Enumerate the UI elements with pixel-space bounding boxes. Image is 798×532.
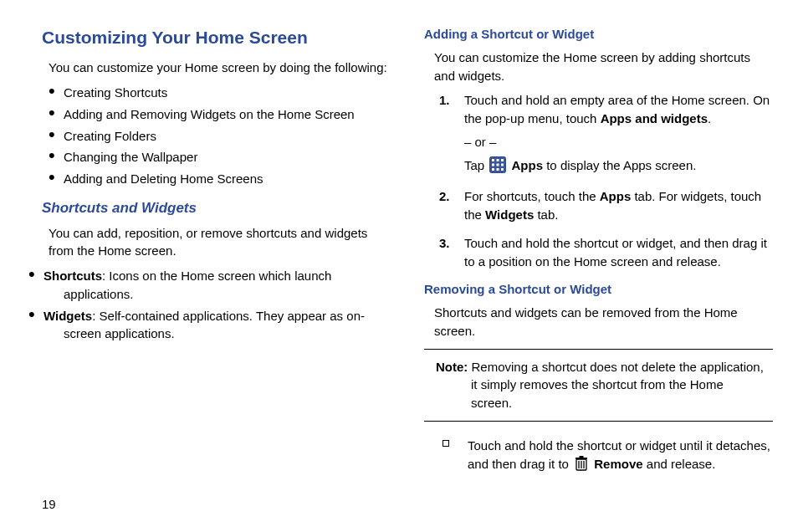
step3-text: Touch and hold the shortcut or widget, a… <box>464 236 767 269</box>
remove-action-list: Touch and hold the shortcut or widget un… <box>442 437 773 477</box>
bullet-item: Adding and Deleting Home Screens <box>49 170 391 188</box>
heading-shortcuts-widgets: Shortcuts and Widgets <box>42 198 391 219</box>
svg-rect-6 <box>501 163 504 166</box>
trash-icon <box>574 455 589 477</box>
bullet-item: Changing the Wallpaper <box>49 148 391 166</box>
adding-intro: You can customize the Home screen by add… <box>434 49 773 85</box>
bullet-item: Adding and Removing Widgets on the Home … <box>49 105 391 124</box>
bold-widgets-tab: Widgets <box>485 207 534 222</box>
svg-rect-4 <box>492 163 494 166</box>
step-3: 3. Touch and hold the shortcut or widget… <box>439 234 773 271</box>
intro-bullet-list: Creating Shortcuts Adding and Removing W… <box>49 84 391 188</box>
manual-page: Customizing Your Home Screen You can cus… <box>0 0 798 532</box>
apps-grid-icon <box>489 156 506 178</box>
heading-customizing: Customizing Your Home Screen <box>42 25 391 50</box>
definition-list: Shortcuts: Icons on the Home screen whic… <box>49 267 391 343</box>
svg-rect-14 <box>575 458 587 459</box>
step2-pre: For shortcuts, touch the <box>464 189 600 203</box>
svg-rect-3 <box>501 159 504 161</box>
remove-post: and release. <box>643 457 716 471</box>
def-term: Shortcuts <box>43 269 102 283</box>
bold-apps: Apps <box>512 158 544 172</box>
square-bullet-icon <box>442 440 449 447</box>
removing-intro: Shortcuts and widgets can be removed fro… <box>434 304 773 340</box>
def-widgets: Widgets: Self-contained applications. Th… <box>49 307 391 344</box>
svg-rect-5 <box>497 163 499 166</box>
bold-remove: Remove <box>594 457 642 471</box>
right-column: Adding a Shortcut or Widget You can cust… <box>424 25 773 532</box>
step2-post: tab. <box>534 207 558 222</box>
tap-pre: Tap <box>464 158 488 172</box>
def-rest: : Self-contained applications. They appe… <box>64 309 365 341</box>
svg-rect-8 <box>497 168 499 171</box>
def-shortcuts: Shortcuts: Icons on the Home screen whic… <box>49 267 391 304</box>
remove-action-item: Touch and hold the shortcut or widget un… <box>442 437 773 477</box>
step-number: 1. <box>439 91 450 110</box>
svg-rect-2 <box>497 159 499 161</box>
svg-rect-7 <box>492 168 494 171</box>
note-body: Removing a shortcut does not delete the … <box>468 360 764 411</box>
step-1: 1. Touch and hold an empty area of the H… <box>439 91 773 177</box>
or-divider: – or – <box>464 133 773 151</box>
step-number: 2. <box>439 187 450 206</box>
step-tail: . <box>708 111 711 125</box>
page-number: 19 <box>42 495 56 514</box>
note-text: Note: Removing a shortcut does not delet… <box>429 358 768 412</box>
left-column: Customizing Your Home Screen You can cus… <box>42 25 391 532</box>
heading-removing: Removing a Shortcut or Widget <box>424 280 773 299</box>
def-rest: : Icons on the Home screen which launch … <box>64 269 331 301</box>
step-number: 3. <box>439 234 450 253</box>
note-box: Note: Removing a shortcut does not delet… <box>424 349 773 422</box>
adding-steps: 1. Touch and hold an empty area of the H… <box>439 91 773 270</box>
bullet-item: Creating Folders <box>49 127 391 146</box>
bullet-item: Creating Shortcuts <box>49 84 391 102</box>
bold-apps-and-widgets: Apps and widgets <box>601 111 708 125</box>
intro-text: You can customize your Home screen by do… <box>49 59 391 77</box>
heading-adding: Adding a Shortcut or Widget <box>424 25 773 43</box>
step-1-alt: Tap Apps to display the Apps screen. <box>464 156 773 178</box>
svg-rect-1 <box>492 159 494 161</box>
bold-apps-tab: Apps <box>600 189 632 203</box>
note-label: Note: <box>436 360 468 374</box>
tap-post: to display the Apps screen. <box>543 158 696 172</box>
def-term: Widgets <box>43 309 92 323</box>
svg-rect-9 <box>501 168 504 171</box>
step-2: 2. For shortcuts, touch the Apps tab. Fo… <box>439 187 773 224</box>
shortcuts-widgets-intro: You can add, reposition, or remove short… <box>49 224 391 261</box>
svg-rect-15 <box>580 456 584 458</box>
